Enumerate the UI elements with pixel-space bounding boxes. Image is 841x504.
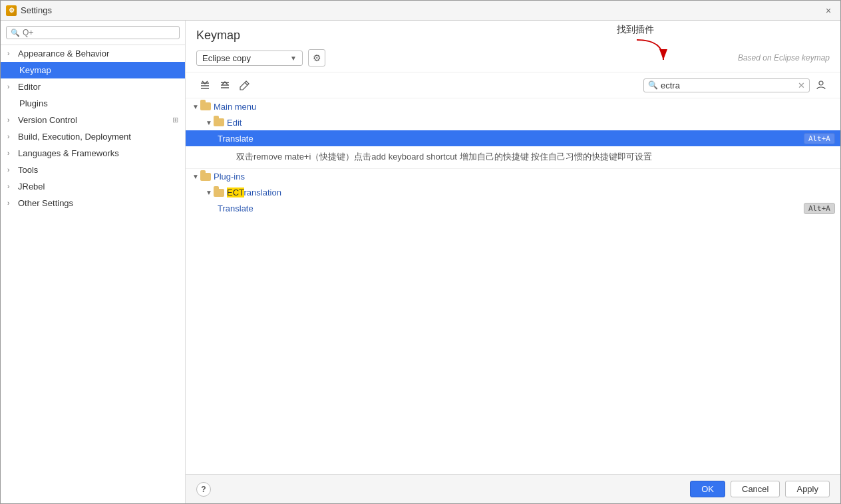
keymap-select[interactable]: Eclipse copy ▼ (196, 51, 303, 66)
expand-arrow-editor: › (7, 83, 15, 90)
expand-arrow-plugins (191, 172, 200, 182)
folder-icon-main-menu (200, 102, 211, 111)
sidebar-item-keymap[interactable]: Keymap (1, 62, 185, 78)
sidebar-item-build[interactable]: › Build, Execution, Deployment (1, 128, 185, 145)
keymap-row: Eclipse copy ▼ ⚙ 找到插件 (196, 49, 830, 66)
footer-buttons: OK Cancel Apply (690, 481, 830, 497)
sidebar: 🔍 › Appearance & Behavior Keymap › Edito… (1, 21, 186, 503)
sidebar-label-languages: Languages & Frameworks (18, 148, 178, 158)
keymap-select-value: Eclipse copy (202, 53, 286, 63)
sidebar-label-editor: Editor (18, 82, 178, 92)
expand-arrow-main-menu (191, 102, 200, 111)
expand-arrow-ectranslation (204, 188, 214, 197)
search-icon: 🔍 (648, 80, 658, 90)
sidebar-search-icon: 🔍 (11, 29, 20, 37)
tree-label-translate-1: Translate (218, 134, 804, 144)
title-bar-left: ⚙ Settings (6, 5, 52, 16)
sidebar-label-keymap: Keymap (19, 65, 178, 75)
settings-window: ⚙ Settings × 🔍 › Appearance & Behavior K… (0, 0, 841, 504)
sidebar-item-languages[interactable]: › Languages & Frameworks (1, 145, 185, 162)
sidebar-label-tools: Tools (18, 165, 178, 175)
collapse-all-button[interactable] (216, 76, 234, 94)
footer: ? OK Cancel Apply (186, 474, 840, 503)
vcs-side-icon: ⊞ (172, 116, 178, 124)
tree-label-plugins: Plug-ins (214, 172, 835, 182)
description-text: 双击remove mate+i（快捷键）点击add keyboard short… (191, 150, 830, 164)
sidebar-item-vcs[interactable]: › Version Control ⊞ (1, 112, 185, 128)
help-button[interactable]: ? (196, 482, 211, 497)
title-bar: ⚙ Settings × (1, 1, 840, 21)
tree-label-edit: Edit (227, 118, 835, 128)
expand-arrow-languages: › (7, 150, 15, 157)
sidebar-label-plugins: Plugins (19, 98, 178, 108)
sidebar-item-plugins[interactable]: Plugins (1, 95, 185, 112)
folder-icon-plugins (200, 172, 211, 182)
sidebar-search-wrap[interactable]: 🔍 (6, 26, 180, 39)
expand-arrow-jrebel: › (7, 183, 15, 190)
main-panel: Keymap Eclipse copy ▼ ⚙ 找到插件 (186, 21, 840, 503)
sidebar-item-editor[interactable]: › Editor (1, 78, 185, 95)
svg-line-7 (245, 82, 248, 85)
content-area: 🔍 › Appearance & Behavior Keymap › Edito… (1, 21, 840, 503)
sidebar-search-box: 🔍 (1, 21, 185, 45)
sidebar-label-other: Other Settings (18, 198, 178, 208)
tree-label-translate-2: Translate (218, 203, 804, 213)
ok-button[interactable]: OK (690, 481, 725, 497)
sidebar-label-appearance: Appearance & Behavior (18, 49, 178, 59)
shortcut-badge-translate-2: Alt+A (804, 203, 835, 214)
shortcut-badge-translate-1: Alt+A (804, 133, 835, 144)
cancel-button[interactable]: Cancel (731, 481, 780, 497)
sidebar-item-other[interactable]: › Other Settings (1, 195, 185, 211)
sidebar-item-jrebel[interactable]: › JRebel (1, 178, 185, 195)
toolbar: 🔍 ✕ (186, 72, 840, 98)
tree-row-plugins[interactable]: Plug-ins (186, 169, 840, 185)
tree-row-ectranslation[interactable]: ECTranslation (186, 185, 840, 201)
svg-point-8 (819, 81, 823, 85)
folder-icon-edit (214, 118, 224, 127)
edit-shortcut-button[interactable] (236, 76, 253, 94)
tree-row-edit[interactable]: Edit (186, 114, 840, 130)
main-header: Keymap Eclipse copy ▼ ⚙ 找到插件 (186, 21, 840, 72)
tree-row-translate-1[interactable]: Translate Alt+A (186, 130, 840, 146)
expand-arrow-build: › (7, 133, 15, 140)
tree-section: Main menu Edit Translate Alt+A 双击 (186, 98, 840, 474)
translate-description: 双击remove mate+i（快捷键）点击add keyboard short… (186, 146, 840, 169)
window-title: Settings (21, 5, 52, 15)
find-shortcut-button[interactable] (812, 76, 830, 94)
ranslation-text: ranslation (244, 188, 281, 197)
page-title: Keymap (196, 29, 830, 43)
sidebar-item-tools[interactable]: › Tools (1, 162, 185, 178)
apply-button[interactable]: Apply (785, 481, 830, 497)
app-icon: ⚙ (6, 5, 17, 16)
search-clear-button[interactable]: ✕ (798, 80, 805, 90)
keymap-search-field: 🔍 ✕ (643, 78, 810, 92)
sidebar-search-input[interactable] (23, 28, 175, 37)
expand-arrow-appearance: › (7, 50, 15, 57)
expand-arrow-other: › (7, 199, 15, 207)
ec-highlight: ECT (227, 188, 244, 197)
based-on-label: Based on Eclipse keymap (738, 53, 830, 63)
tree-row-translate-2[interactable]: Translate Alt+A (186, 201, 840, 217)
sidebar-label-vcs: Version Control (18, 115, 170, 125)
expand-arrow-tools: › (7, 166, 15, 174)
tree-label-ectranslation: ECTranslation (227, 188, 835, 197)
sidebar-label-build: Build, Execution, Deployment (18, 132, 178, 142)
close-button[interactable]: × (822, 4, 835, 17)
keymap-search-input[interactable] (661, 80, 795, 90)
expand-arrow-edit (204, 118, 214, 127)
sidebar-item-appearance[interactable]: › Appearance & Behavior (1, 45, 185, 62)
sidebar-label-jrebel: JRebel (18, 182, 178, 191)
tree-row-main-menu[interactable]: Main menu (186, 98, 840, 114)
tree-label-main-menu: Main menu (214, 102, 835, 112)
keymap-gear-button[interactable]: ⚙ (308, 49, 325, 66)
expand-arrow-vcs: › (7, 116, 15, 124)
keymap-dropdown-arrow: ▼ (290, 55, 297, 62)
expand-all-button[interactable] (196, 76, 214, 94)
folder-icon-ectranslation (214, 188, 224, 197)
